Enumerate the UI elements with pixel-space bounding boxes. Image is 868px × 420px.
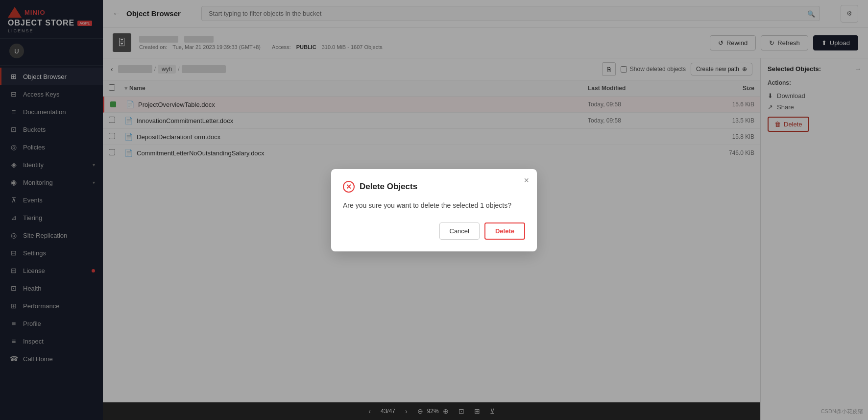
delete-objects-modal: ✕ Delete Objects × Are you sure you want… (331, 169, 537, 251)
modal-close-button[interactable]: × (524, 176, 529, 185)
modal-footer: Cancel Delete (343, 222, 525, 240)
modal-body: Are you sure you want to delete the sele… (343, 200, 525, 211)
confirm-delete-button[interactable]: Delete (484, 222, 525, 240)
error-icon: ✕ (343, 181, 355, 193)
modal-title: Delete Objects (360, 182, 417, 192)
cancel-button[interactable]: Cancel (439, 222, 480, 240)
modal-overlay: ✕ Delete Objects × Are you sure you want… (0, 0, 868, 420)
modal-header: ✕ Delete Objects (343, 181, 525, 193)
